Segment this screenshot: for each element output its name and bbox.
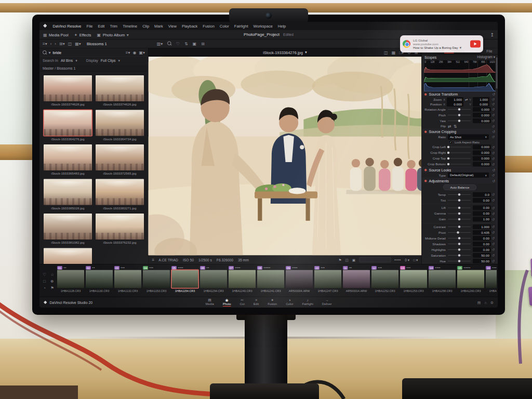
slider-knob[interactable] xyxy=(447,157,450,160)
menu-item[interactable]: Edit xyxy=(98,23,104,28)
split-view-icon[interactable]: ▦ xyxy=(392,50,396,55)
media-pool-clip[interactable]: iStock-1933364734.jpg xyxy=(96,110,144,141)
clip-thumbnail[interactable] xyxy=(457,270,484,288)
tile-icon[interactable]: ⊞ xyxy=(201,41,205,46)
display-select[interactable]: Full Clips xyxy=(101,59,116,63)
thumbnail-view-icon[interactable]: ▥▾ xyxy=(157,41,163,46)
camera-icon[interactable]: ◉ xyxy=(132,50,136,55)
search-in-select[interactable]: All Bins xyxy=(61,59,73,63)
media-pool-clip[interactable]: iStock-1933372565.jpg xyxy=(96,144,144,176)
reset-icon[interactable]: ↺ xyxy=(491,162,496,166)
menu-item[interactable]: Timeline xyxy=(123,23,137,28)
slider-value-field[interactable]: 0.00 xyxy=(473,211,491,216)
page-tab[interactable]: ♪ Fairlight xyxy=(302,298,313,307)
reset-icon[interactable]: ↺ xyxy=(491,174,496,178)
inspector-tab[interactable]: File xyxy=(486,49,492,53)
slider-track[interactable] xyxy=(448,109,471,110)
filmstrip-item[interactable]: 09 •••• AR500004.ARW xyxy=(286,266,313,297)
clip-thumbnail[interactable] xyxy=(371,270,398,288)
reset-icon[interactable]: ↺ xyxy=(492,130,495,134)
search-icon[interactable] xyxy=(167,41,171,45)
page-tab[interactable]: ≡ Edit xyxy=(254,298,259,307)
clip-thumbnail[interactable] xyxy=(44,214,92,240)
menu-item[interactable]: Workspace xyxy=(253,23,272,28)
slider-track[interactable] xyxy=(448,200,471,201)
clip-thumbnail[interactable] xyxy=(44,110,92,136)
browser-notification[interactable]: LG Global www.youtube.com How to Shake U… xyxy=(400,35,483,52)
auto-balance-button[interactable]: Auto Balance xyxy=(443,184,476,190)
slider-track[interactable] xyxy=(448,158,471,159)
reset-icon[interactable]: ↺ xyxy=(491,135,496,139)
slider-value-field[interactable]: 0.000 xyxy=(473,145,491,150)
reset-icon[interactable]: ↺ xyxy=(491,198,496,203)
scope-mode-dropdown[interactable]: Histogram ▾ xyxy=(477,55,495,59)
slider-knob[interactable] xyxy=(458,108,461,111)
flip-horizontal-icon[interactable]: ⇄ xyxy=(448,124,451,129)
flag-icon[interactable]: ⚑ xyxy=(338,258,341,262)
filmstrip-item[interactable]: 08 ••••• 1HBA1241.CR3 xyxy=(257,266,284,297)
slider-knob[interactable] xyxy=(458,248,461,251)
slider-value-field[interactable]: 0.00 xyxy=(473,236,491,241)
reset-icon[interactable]: ↺ xyxy=(491,193,496,197)
share-icon[interactable]: ↥ xyxy=(490,32,494,37)
reset-icon[interactable]: ↺ xyxy=(491,248,496,252)
clip-thumbnail[interactable] xyxy=(44,75,92,101)
star-icon[interactable]: ☆ xyxy=(49,272,56,277)
clock-icon[interactable]: ◔ xyxy=(41,286,48,290)
slider-knob[interactable] xyxy=(458,218,461,221)
clip-thumbnail[interactable] xyxy=(96,75,144,101)
reset-icon[interactable]: ↺ xyxy=(491,119,496,123)
home-icon[interactable]: ⌂ xyxy=(484,300,486,304)
reset-icon[interactable]: ↺ xyxy=(491,254,496,258)
reset-icon[interactable]: ↺ xyxy=(491,145,496,149)
filmstrip-item[interactable]: 11 •• AR500014.ARW xyxy=(343,266,370,297)
reset-icon[interactable]: ↺ xyxy=(491,151,496,155)
slider-track[interactable] xyxy=(448,208,471,208)
filmstrip-item[interactable]: 12 ••• 1HBA1252.CR3 xyxy=(371,266,398,297)
media-pool-clip[interactable]: iStock-1933364276.jpg xyxy=(44,110,92,141)
reject-icon[interactable]: ◫ xyxy=(345,258,348,262)
panel-scrollbar[interactable] xyxy=(496,56,498,264)
clip-thumbnail[interactable] xyxy=(257,270,284,288)
section-adjustments[interactable]: Adjustments ↺ xyxy=(422,178,498,183)
slider-knob[interactable] xyxy=(457,231,459,234)
filmstrip-item[interactable]: 01 •• 1HBA1128.CR3 xyxy=(57,266,84,297)
slider-track[interactable] xyxy=(448,249,471,250)
media-pool-clip[interactable]: iStock-1933383271.jpg xyxy=(96,179,144,210)
slider-knob[interactable] xyxy=(458,260,461,262)
reset-icon[interactable]: ↺ xyxy=(491,113,496,117)
viewer-image[interactable] xyxy=(149,57,422,256)
clip-thumbnail[interactable] xyxy=(114,270,141,288)
slider-knob[interactable] xyxy=(447,146,450,149)
mark-icon[interactable]: ▣ xyxy=(352,258,355,262)
clip-thumbnail[interactable] xyxy=(86,270,113,288)
youtube-play-button[interactable] xyxy=(470,41,481,48)
slider-track[interactable] xyxy=(448,238,471,238)
sort-icon[interactable]: ⇅ xyxy=(184,41,188,46)
filmstrip-item[interactable]: 07 •••• 1HBA1240.CR3 xyxy=(229,266,256,297)
bin-breadcrumb[interactable]: Master / Blossoms 1 xyxy=(39,65,148,72)
slider-value-field[interactable]: 1.000 xyxy=(473,224,491,229)
page-tab[interactable]: ✦ Fusion xyxy=(268,298,277,307)
keyword-field[interactable] xyxy=(359,257,391,262)
filmstrip-item[interactable]: 15 ••••• 1HBA1260.CR3 xyxy=(457,266,484,297)
slider-track[interactable] xyxy=(448,115,471,115)
filmstrip-item[interactable]: 10 ••• 1HBA1247.CR3 xyxy=(314,266,341,297)
section-enable-dot[interactable] xyxy=(424,180,427,182)
flower-icon[interactable]: ⊕ xyxy=(49,279,56,284)
slider-value-field[interactable]: 50.00 xyxy=(473,253,491,258)
slider-value-field[interactable]: 0.00 xyxy=(473,198,491,203)
clip-thumbnail[interactable] xyxy=(314,270,341,288)
slider-value-field[interactable]: 0.00 xyxy=(473,247,491,252)
filmstrip-item[interactable]: 05 •••• 1HBA1154.CR3 xyxy=(171,266,198,297)
filmstrip-item[interactable]: 02 •• 1HBA1130.CR3 xyxy=(86,266,113,297)
slider-track[interactable] xyxy=(448,153,471,153)
back-icon[interactable]: ‹ xyxy=(50,42,52,46)
slider-track[interactable] xyxy=(448,214,471,214)
clip-thumbnail[interactable] xyxy=(229,270,256,288)
photo-album-dropdown[interactable]: ▣Photo Album▾ xyxy=(97,32,129,37)
filter-icon[interactable]: ≡▾ xyxy=(126,50,130,55)
clip-thumbnail[interactable] xyxy=(171,270,198,288)
rating-stars[interactable]: ••••• xyxy=(394,259,401,261)
slider-track[interactable] xyxy=(448,194,471,195)
